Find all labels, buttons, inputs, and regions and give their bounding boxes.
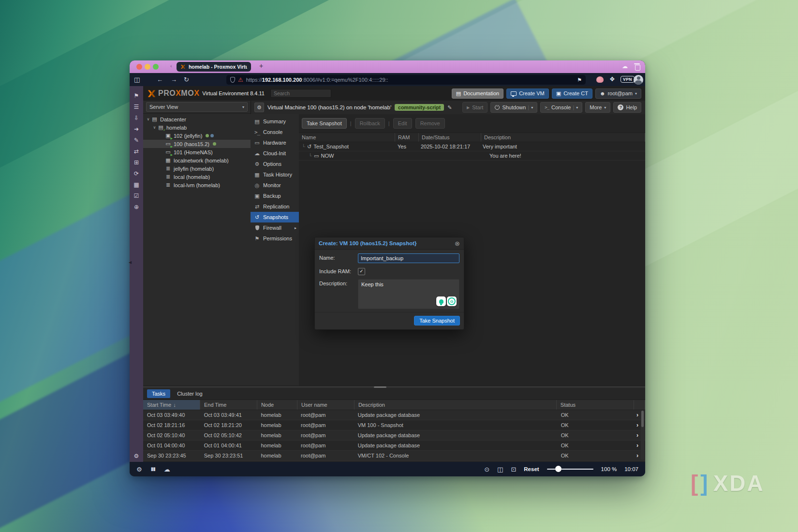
task-row[interactable]: Oct 02 18:21:16Oct 02 18:21:20 homelabro…: [143, 420, 645, 430]
pause-icon[interactable]: ▮▮: [151, 467, 155, 472]
reading-list-icon[interactable]: ☰: [133, 104, 140, 110]
sync-icon[interactable]: ⟳: [133, 171, 140, 177]
zoom-slider-knob[interactable]: [555, 466, 562, 472]
zoom-reset-button[interactable]: Reset: [524, 466, 539, 472]
chevron-down-icon[interactable]: ▾: [576, 105, 578, 110]
panel-settings-gear-icon[interactable]: ⚙: [254, 103, 264, 112]
edit-tags-icon[interactable]: ✎: [447, 104, 452, 111]
console-button[interactable]: >_ Console | ▾: [540, 102, 582, 113]
sidebar-collapse-icon[interactable]: ◀: [129, 260, 132, 265]
tracking-shield-icon[interactable]: [230, 77, 235, 83]
expand-icon[interactable]: ∨: [152, 125, 157, 130]
dialog-take-snapshot-button[interactable]: Take Snapshot: [414, 316, 460, 325]
nav-backup[interactable]: ▣Backup: [251, 191, 299, 201]
send-icon[interactable]: ➜: [133, 126, 140, 132]
nav-firewall[interactable]: Firewall▸: [251, 222, 299, 233]
tab-scroll-left-icon[interactable]: ‹: [170, 63, 172, 69]
more-button[interactable]: More ▾: [585, 102, 610, 113]
forward-icon[interactable]: →: [171, 76, 177, 83]
vpn-badge[interactable]: VPN: [621, 76, 635, 83]
create-ct-button[interactable]: ▣ Create CT: [552, 89, 592, 99]
window-titlebar[interactable]: ‹ homelab - Proxmox Virtual › + ☁: [130, 60, 645, 74]
tasks-icon[interactable]: ☑: [133, 193, 140, 199]
tasks-table-header[interactable]: Start Time↓ End Time Node User name Desc…: [143, 400, 645, 410]
row-expand-icon[interactable]: ›: [636, 432, 638, 439]
edit-button[interactable]: Edit: [393, 118, 412, 129]
close-icon[interactable]: ⊗: [455, 240, 460, 247]
bookmarks-icon[interactable]: ⚑: [133, 93, 140, 99]
tree-item-localnetwork[interactable]: ▦ localnetwork (homelab): [143, 156, 251, 164]
snapshot-name-input[interactable]: [358, 253, 459, 263]
profile-avatar[interactable]: [634, 75, 643, 85]
tree-item-vm-100[interactable]: ▭▶ 100 (haos15.2): [143, 140, 251, 148]
back-icon[interactable]: ←: [157, 76, 163, 83]
help-button[interactable]: ? Help: [613, 102, 641, 113]
page-url[interactable]: https://192.168.100.200:8006/#v1:0:=qemu…: [246, 77, 388, 83]
tree-item-datacenter[interactable]: ∨ ▤ Datacenter: [143, 115, 251, 123]
tab-scroll-right-icon[interactable]: ›: [249, 63, 251, 69]
grammarly-logo-icon[interactable]: G: [447, 296, 457, 306]
nav-cloud-init[interactable]: ☁Cloud-Init: [251, 148, 299, 159]
nav-permissions[interactable]: ⚑Permissions: [251, 233, 299, 244]
translate-icon[interactable]: ⇄: [133, 148, 140, 154]
nav-replication[interactable]: ⇄Replication: [251, 201, 299, 212]
close-window-button[interactable]: [136, 64, 142, 70]
row-expand-icon[interactable]: ›: [636, 442, 638, 449]
new-tab-button[interactable]: +: [259, 62, 263, 70]
snapshots-table-header[interactable]: Name RAM Date/Status Description: [299, 133, 645, 142]
page-snippet-icon[interactable]: ⊡: [511, 466, 516, 473]
take-snapshot-button[interactable]: Take Snapshot: [302, 118, 347, 129]
row-expand-icon[interactable]: ›: [636, 452, 638, 459]
snapshot-row[interactable]: └↺Test_Snapshot Yes 2025-10-02 18:21:17 …: [299, 142, 645, 151]
remove-button[interactable]: Remove: [415, 118, 445, 129]
nav-task-history[interactable]: ▦Task History: [251, 169, 299, 180]
chevron-down-icon[interactable]: ▾: [531, 105, 533, 110]
search-input[interactable]: [270, 89, 331, 98]
address-bar[interactable]: ⚠ https://192.168.100.200:8006/#v1:0:=qe…: [226, 75, 586, 85]
brain-extension-icon[interactable]: [596, 76, 604, 83]
calendar-icon[interactable]: ▦: [133, 182, 140, 188]
nav-options[interactable]: ⚙Options: [251, 159, 299, 169]
task-row[interactable]: Sep 30 23:23:45Sep 30 23:23:51 homelabro…: [143, 451, 645, 461]
apps-icon[interactable]: ⊞: [133, 160, 140, 165]
focus-mode-icon[interactable]: ⊙: [484, 466, 489, 473]
documentation-button[interactable]: ▤ Documentation: [452, 89, 503, 99]
tree-item-node-homelab[interactable]: ∨ ▤✓ homelab: [143, 123, 251, 132]
grammarly-suggestion-icon[interactable]: [436, 296, 446, 306]
bookmark-icon[interactable]: ⚑: [577, 77, 582, 83]
include-ram-checkbox[interactable]: ✓: [358, 268, 365, 275]
task-row[interactable]: Oct 02 05:10:40Oct 02 05:10:42 homelabro…: [143, 430, 645, 441]
sidebar-toggle-icon[interactable]: ◫: [134, 76, 140, 83]
tree-item-storage-jellyfin[interactable]: ≣ jellyfin (homelab): [143, 164, 251, 173]
settings-gear-icon[interactable]: ⚙: [136, 466, 142, 473]
task-row[interactable]: Oct 01 04:00:40Oct 01 04:00:41 homelabro…: [143, 441, 645, 451]
notes-icon[interactable]: ✎: [133, 137, 140, 143]
nav-hardware[interactable]: ▭Hardware: [251, 137, 299, 148]
trash-icon[interactable]: [635, 65, 640, 71]
expand-icon[interactable]: ∨: [146, 117, 151, 121]
split-view-icon[interactable]: ◫: [497, 466, 503, 473]
tab-tasks[interactable]: Tasks: [147, 389, 170, 398]
server-view-select[interactable]: Server View ▾: [146, 102, 248, 112]
zoom-window-button[interactable]: [153, 64, 159, 70]
extensions-puzzle-icon[interactable]: ❖: [609, 75, 615, 83]
user-menu-button[interactable]: ☻ root@pam ▾: [595, 89, 641, 99]
task-row[interactable]: Oct 03 03:49:40Oct 03 03:49:41 homelabro…: [143, 410, 645, 420]
add-icon[interactable]: ⊕: [133, 204, 140, 210]
snapshot-row-now[interactable]: └▭NOW You are here!: [299, 151, 645, 161]
downloads-cloud-icon[interactable]: ☁: [622, 63, 628, 70]
snapshot-description-textarea[interactable]: Keep this G: [358, 279, 459, 309]
start-button[interactable]: ▶ Start: [462, 102, 488, 113]
tasks-scrollbar[interactable]: [641, 410, 644, 460]
browser-tab[interactable]: homelab - Proxmox Virtual: [177, 62, 251, 72]
nav-snapshots[interactable]: ↺Snapshots: [251, 212, 299, 222]
tab-cluster-log[interactable]: Cluster log: [172, 389, 207, 398]
tree-item-ct-102[interactable]: ▣▶ 102 (jellyfin): [143, 132, 251, 140]
dialog-header[interactable]: Create: VM 100 (haos15.2) Snapshot} ⊗: [315, 237, 464, 250]
tree-item-storage-local[interactable]: ≣ local (homelab): [143, 173, 251, 181]
nav-summary[interactable]: ▤Summary: [251, 116, 299, 127]
row-expand-icon[interactable]: ›: [636, 422, 638, 429]
settings-gear-icon[interactable]: ⚙: [133, 453, 140, 459]
rollback-button[interactable]: Rollback: [355, 118, 385, 129]
nav-console[interactable]: >_Console: [251, 127, 299, 137]
